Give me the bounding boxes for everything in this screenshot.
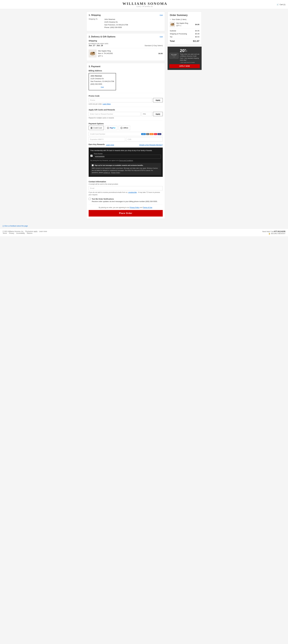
cart-button[interactable]: 🛒 Cart (1) xyxy=(277,4,285,6)
visa-icon: VISA xyxy=(158,133,161,135)
privacy-footer-link[interactable]: Privacy xyxy=(9,232,14,234)
shipping-line: Shipping & Processing $5.99 xyxy=(170,33,199,35)
divider2 xyxy=(89,107,163,107)
place-order-button[interactable]: Place Order xyxy=(89,210,163,216)
delivery-sub-title: Shipping xyxy=(89,40,163,42)
gift-hint: Repeat for multiple cards or rewards xyxy=(89,117,163,119)
footer-left: © 2021 Williams-Sonoma, Inc. *Exclusions… xyxy=(3,230,47,234)
billing-address-box: John Newman 2125 Chestnut St San Francis… xyxy=(89,73,116,90)
contact-title: Contact Information xyxy=(89,180,163,183)
estimated-date: Jun. 17 - Jun. 18 xyxy=(89,44,103,46)
footer-feedback: [-] Give us feedback about this page xyxy=(0,224,288,228)
shipping-details: John Newman 2125 Chestnut St, San Franci… xyxy=(104,18,128,29)
rewards-box: Free membership with 3% back in rewards … xyxy=(89,148,163,177)
paypal-icon: PayPal xyxy=(110,127,115,129)
promo-text: 20 % OFF Today when you open and use a W… xyxy=(180,48,200,63)
footer-right: Need Help? Call 877.812.6235 🔒 SECURE CH… xyxy=(262,230,285,234)
estimated-label: ESTIMATED DELIVERY DATE xyxy=(89,43,163,44)
rewards-text: Free membership with 3% back in rewards … xyxy=(90,149,161,152)
cc-number-input[interactable] xyxy=(90,133,141,135)
sms-box: Sign up for text messages on available r… xyxy=(90,163,161,175)
promo-input[interactable] xyxy=(89,98,152,102)
summary-item-image xyxy=(170,22,175,27)
item-details: Nito Napkin Ring Item #: 79-1431352 QTY … xyxy=(98,50,157,57)
summary-item: Nito Napkin Ring QTY: 1 $4.95 xyxy=(170,22,199,28)
shipping-phone: Phone: (630) 530-5555 xyxy=(104,26,128,29)
credit-card-option[interactable]: Credit Card xyxy=(89,126,104,130)
billing-edit[interactable]: Edit xyxy=(90,86,114,89)
footer-phone: 877.812.6235 xyxy=(274,230,285,232)
sms-contact-link[interactable]: contact us xyxy=(103,172,110,173)
phone-wrap: Phone Number xyxy=(94,153,161,158)
promo-off: OFF xyxy=(185,50,188,52)
item-image xyxy=(89,50,96,57)
privacy-link[interactable]: Privacy Policy xyxy=(130,206,139,208)
promo-apply-button[interactable]: Apply xyxy=(153,98,163,102)
gift-apply-button[interactable]: Apply xyxy=(153,112,163,116)
affirm-label: Affirm xyxy=(123,127,128,129)
delivery-edit[interactable]: Edit xyxy=(160,36,163,38)
accessibility-footer-link[interactable]: Accessibility xyxy=(16,232,25,234)
item-name: Nito Napkin Ring xyxy=(98,50,157,52)
your-order-label: Your Order (1 Item) xyxy=(172,18,186,20)
svg-point-9 xyxy=(173,24,174,24)
expiry-input[interactable] xyxy=(89,137,125,142)
item-qty: QTY 1 xyxy=(98,55,157,57)
sms-privacy-link[interactable]: Privacy Policy xyxy=(111,172,120,173)
expiry-cvn-row xyxy=(89,137,163,142)
sms-header: Sign up for text messages on available r… xyxy=(92,164,160,166)
gift-card-input[interactable] xyxy=(89,112,140,116)
sms-title: Sign up for text messages on available r… xyxy=(95,164,143,166)
terms-link[interactable]: Terms and Conditions xyxy=(119,160,133,161)
email-input[interactable] xyxy=(89,186,163,190)
key-rewards-member[interactable]: Already a Key Rewards Member? xyxy=(139,144,163,146)
delivery-section: 2. Delivery & Gift Options Edit Shipping… xyxy=(86,33,165,61)
feedback-link[interactable]: [-] Give us feedback about this page xyxy=(3,225,28,227)
billing-addr1: 2125 Chestnut St xyxy=(90,78,103,80)
sms-checkbox[interactable] xyxy=(92,164,94,166)
shipping-to-label: Shipping To xyxy=(89,18,102,29)
promo-inner: WILLIAMS SONOMA VISA 20 % OFF Today when… xyxy=(169,48,200,63)
collapse-icon[interactable]: − xyxy=(170,18,171,20)
delivery-method: Standard (3 Day Select) xyxy=(145,44,163,46)
shipping-edit[interactable]: Edit xyxy=(160,14,163,16)
promo-sup: % xyxy=(185,49,188,50)
tax-label: Tax xyxy=(170,36,172,38)
promo-apply-now-button[interactable]: APPLY NOW xyxy=(169,64,200,68)
footer: © 2021 Williams-Sonoma, Inc. *Exclusions… xyxy=(0,228,288,236)
affirm-option[interactable]: Affirm xyxy=(119,126,130,130)
credit-card-promo: WILLIAMS SONOMA VISA 20 % OFF Today when… xyxy=(168,47,202,70)
promo-card-image: WILLIAMS SONOMA VISA xyxy=(169,53,179,59)
text-notify-title: Text Me Order Notifications xyxy=(92,198,158,200)
terms-footer-link[interactable]: Terms xyxy=(3,232,7,234)
shipping-title: 1. Shipping xyxy=(89,14,101,16)
payment-options-row: Credit Card PayPal PayPal Affirm xyxy=(89,126,163,130)
billing-city: San Francisco, CA 94123-2708 xyxy=(90,80,114,82)
rewards-checkbox[interactable] xyxy=(90,155,93,157)
payment-options-title: Payment Options xyxy=(89,122,163,125)
shipping-address1: 2125 Chestnut St, xyxy=(104,21,128,24)
paypal-option[interactable]: PayPal PayPal xyxy=(105,126,117,130)
terms-of-use-link[interactable]: Terms of Use xyxy=(143,206,152,208)
promo-row: Apply xyxy=(89,98,163,102)
need-help-text: Need Help? Call 877.812.6235 xyxy=(262,230,285,232)
item-price: $4.95 xyxy=(158,52,163,54)
promo-learn-link[interactable]: Learn More xyxy=(103,103,111,105)
gift-row: Apply xyxy=(89,112,163,116)
learn-more-link[interactable]: Learn more xyxy=(39,230,47,232)
text-notify-label: Text Me Order Notifications Receive orde… xyxy=(92,198,158,203)
key-rewards-header: Earn Key Rewards Learn more Already a Ke… xyxy=(89,143,163,146)
shipping-section: 1. Shipping Edit Shipping To John Newman… xyxy=(86,12,165,31)
returns-footer-link[interactable]: Returns xyxy=(27,232,32,234)
unsubscribe-link[interactable]: unsubscribe xyxy=(128,192,137,193)
tax-value: $0.93 xyxy=(195,36,199,38)
pin-input[interactable] xyxy=(141,112,152,116)
svg-point-4 xyxy=(93,52,94,53)
napkin-ring-image xyxy=(89,50,96,57)
key-rewards-learn[interactable]: Learn more xyxy=(106,144,114,146)
summary-item-name: Nito Napkin Ring xyxy=(176,22,194,24)
left-column: 1. Shipping Edit Shipping To John Newman… xyxy=(86,12,165,221)
phone-input[interactable] xyxy=(94,155,161,158)
cvn-input[interactable] xyxy=(126,137,163,142)
text-notify-checkbox[interactable] xyxy=(89,198,91,200)
